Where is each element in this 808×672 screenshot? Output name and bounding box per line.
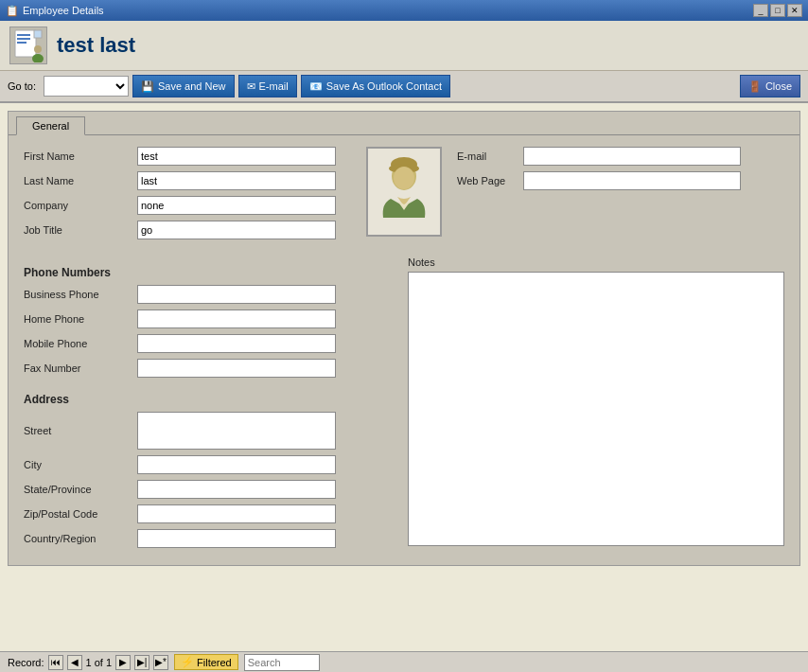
email-web-section: E-mail Web Page	[457, 147, 784, 245]
city-input[interactable]	[137, 455, 336, 474]
filter-icon: ⚡	[181, 656, 194, 668]
prev-record-button[interactable]: ◀	[67, 655, 82, 670]
job-title-label: Job Title	[24, 224, 137, 236]
new-record-button[interactable]: ▶*	[153, 655, 168, 670]
job-title-input[interactable]	[137, 221, 336, 239]
city-row: City	[24, 455, 393, 474]
record-info: 1 of 1	[86, 657, 113, 668]
web-page-row: Web Page	[457, 171, 784, 190]
left-column: Phone Numbers Business Phone Home Phone …	[24, 256, 393, 554]
street-row: Street	[24, 412, 393, 450]
home-phone-label: Home Phone	[24, 313, 137, 325]
filtered-badge: ⚡ Filtered	[174, 654, 238, 670]
form-content: First Name Last Name Company Job Title	[9, 135, 799, 565]
state-input[interactable]	[137, 480, 336, 499]
save-new-icon: 💾	[141, 80, 154, 93]
mobile-phone-row: Mobile Phone	[24, 334, 393, 353]
first-name-input[interactable]	[137, 147, 336, 166]
last-record-button[interactable]: ▶|	[134, 655, 149, 670]
last-name-row: Last Name	[24, 171, 351, 190]
app-icon: 📋	[6, 5, 19, 17]
email-label: E-mail	[457, 150, 523, 162]
tab-header: General	[9, 112, 799, 135]
country-label: Country/Region	[24, 533, 137, 544]
two-column-section: Phone Numbers Business Phone Home Phone …	[24, 256, 784, 554]
zip-label: Zip/Postal Code	[24, 508, 137, 520]
tab-general[interactable]: General	[16, 116, 85, 135]
svg-rect-3	[17, 42, 26, 44]
street-label: Street	[24, 425, 137, 436]
close-icon: 🚪	[748, 80, 762, 93]
state-label: State/Province	[24, 484, 137, 495]
close-window-button[interactable]: ✕	[787, 4, 802, 17]
email-input[interactable]	[523, 147, 741, 166]
country-input[interactable]	[137, 529, 336, 548]
state-row: State/Province	[24, 480, 393, 499]
save-outlook-button[interactable]: 📧 Save As Outlook Contact	[301, 75, 450, 97]
last-name-label: Last Name	[24, 175, 137, 186]
first-name-row: First Name	[24, 147, 351, 166]
fax-row: Fax Number	[24, 359, 393, 378]
company-label: Company	[24, 200, 137, 211]
svg-point-5	[34, 45, 42, 53]
job-title-row: Job Title	[24, 221, 351, 239]
right-column: Notes	[408, 256, 784, 554]
title-bar-controls[interactable]: _ □ ✕	[753, 4, 802, 17]
fax-label: Fax Number	[24, 363, 137, 374]
goto-select[interactable]	[44, 76, 129, 97]
toolbar: Go to: 💾 Save and New ✉ E-mail 📧 Save As…	[0, 71, 808, 103]
country-row: Country/Region	[24, 529, 393, 548]
business-phone-row: Business Phone	[24, 285, 393, 304]
home-phone-input[interactable]	[137, 309, 336, 328]
employee-icon	[9, 27, 47, 64]
maximize-button[interactable]: □	[770, 4, 785, 17]
outlook-icon: 📧	[309, 80, 323, 93]
business-phone-label: Business Phone	[24, 289, 137, 300]
notes-textarea[interactable]	[408, 272, 784, 546]
fax-input[interactable]	[137, 359, 336, 378]
main-content: General First Name Last Name Company	[8, 111, 800, 566]
window-title: Employee Details	[23, 5, 104, 16]
svg-rect-1	[17, 34, 30, 36]
first-name-label: First Name	[24, 150, 137, 162]
svg-point-11	[394, 167, 414, 189]
title-bar: 📋 Employee Details _ □ ✕	[0, 0, 808, 21]
status-bar: Record: ⏮ ◀ 1 of 1 ▶ ▶| ▶* ⚡ Filtered	[0, 651, 808, 672]
email-button[interactable]: ✉ E-mail	[238, 75, 297, 97]
minimize-button[interactable]: _	[753, 4, 768, 17]
email-row: E-mail	[457, 147, 784, 166]
city-label: City	[24, 459, 137, 470]
save-new-button[interactable]: 💾 Save and New	[132, 75, 235, 97]
company-row: Company	[24, 196, 351, 215]
web-page-label: Web Page	[457, 175, 523, 186]
search-input[interactable]	[244, 654, 320, 671]
last-name-input[interactable]	[137, 171, 336, 190]
phone-section-header: Phone Numbers	[24, 266, 393, 279]
header-area: test last	[0, 21, 808, 71]
zip-input[interactable]	[137, 504, 336, 523]
top-section: First Name Last Name Company Job Title	[24, 147, 784, 245]
title-bar-left: 📋 Employee Details	[6, 5, 104, 17]
employee-name: test last	[57, 33, 135, 58]
close-button[interactable]: 🚪 Close	[740, 75, 800, 97]
svg-rect-4	[34, 30, 42, 38]
svg-rect-2	[17, 38, 30, 40]
photo-box[interactable]	[366, 147, 442, 237]
business-phone-input[interactable]	[137, 285, 336, 304]
mobile-phone-input[interactable]	[137, 334, 336, 353]
address-section-header: Address	[24, 393, 393, 406]
next-record-button[interactable]: ▶	[115, 655, 131, 670]
street-input[interactable]	[137, 412, 336, 450]
basic-fields: First Name Last Name Company Job Title	[24, 147, 351, 245]
home-phone-row: Home Phone	[24, 309, 393, 328]
web-page-input[interactable]	[523, 171, 741, 190]
first-record-button[interactable]: ⏮	[48, 655, 63, 670]
filtered-label: Filtered	[197, 657, 232, 668]
mobile-phone-label: Mobile Phone	[24, 338, 137, 349]
notes-label: Notes	[408, 256, 784, 268]
email-icon: ✉	[247, 80, 255, 93]
employee-icon-svg	[11, 28, 45, 62]
company-input[interactable]	[137, 196, 336, 215]
avatar-svg	[372, 151, 436, 232]
record-navigation: Record: ⏮ ◀ 1 of 1 ▶ ▶| ▶*	[8, 655, 168, 670]
